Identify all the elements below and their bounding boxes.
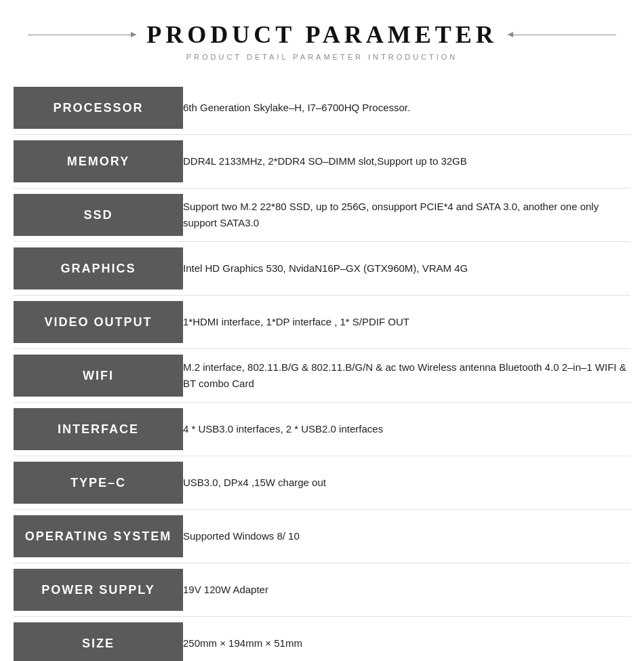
param-label-cell: PROCESSOR	[14, 87, 183, 129]
param-value: 19V 120W Adapter	[183, 569, 630, 611]
table-row: OPERATING SYSTEM Supported Windows 8/ 10	[14, 515, 630, 557]
param-label: MEMORY	[14, 140, 183, 182]
param-value: DDR4L 2133MHz, 2*DDR4 SO–DIMM slot,Suppo…	[183, 140, 630, 182]
param-value: M.2 interface, 802.11.B/G & 802.11.B/G/N…	[183, 355, 630, 397]
row-separator	[14, 616, 630, 617]
param-label: SIZE	[14, 622, 183, 661]
header-title-row: PRODUCT PARAMETER	[14, 20, 630, 49]
param-label: TYPE–C	[14, 462, 183, 504]
param-label: SSD	[14, 194, 183, 236]
table-row: INTERFACE 4 * USB3.0 interfaces, 2 * USB…	[14, 408, 630, 450]
row-separator	[14, 241, 630, 242]
table-row: VIDEO OUTPUT 1*HDMI interface, 1*DP inte…	[14, 301, 630, 343]
param-label-cell: MEMORY	[14, 140, 183, 182]
page-title: PRODUCT PARAMETER	[146, 20, 498, 49]
param-label-cell: SIZE	[14, 622, 183, 661]
row-separator	[14, 456, 630, 456]
param-label-cell: TYPE–C	[14, 462, 183, 504]
param-label: PROCESSOR	[14, 87, 183, 129]
param-label: POWER SUPPLY	[14, 569, 183, 611]
param-label-cell: WiFi	[14, 355, 183, 397]
table-row: POWER SUPPLY 19V 120W Adapter	[14, 569, 630, 611]
header-section: PRODUCT PARAMETER PRODUCT DETAIL PARAMET…	[0, 0, 644, 75]
page-wrapper: PRODUCT PARAMETER PRODUCT DETAIL PARAMET…	[0, 0, 644, 661]
param-label-cell: VIDEO OUTPUT	[14, 301, 183, 343]
param-label-cell: POWER SUPPLY	[14, 569, 183, 611]
row-separator	[14, 563, 630, 563]
header-line-left	[28, 35, 136, 35]
param-label: OPERATING SYSTEM	[14, 515, 183, 557]
table-row: PROCESSOR 6th Generation Skylake–H, I7–6…	[14, 87, 630, 129]
param-label-cell: OPERATING SYSTEM	[14, 515, 183, 557]
param-value: 1*HDMI interface, 1*DP interface , 1* S/…	[183, 301, 630, 343]
param-label-cell: SSD	[14, 194, 183, 236]
param-value: 4 * USB3.0 interfaces, 2 * USB2.0 interf…	[183, 408, 630, 450]
param-value: Support two M.2 22*80 SSD, up to 256G, o…	[183, 194, 630, 236]
param-label: INTERFACE	[14, 408, 183, 450]
row-separator	[14, 402, 630, 403]
header-line-right	[508, 35, 616, 35]
table-row: MEMORY DDR4L 2133MHz, 2*DDR4 SO–DIMM slo…	[14, 140, 630, 182]
table-row: GRAPHICS Intel HD Graphics 530, NvidaN16…	[14, 247, 630, 289]
row-separator	[14, 134, 630, 135]
table-row: WiFi M.2 interface, 802.11.B/G & 802.11.…	[14, 355, 630, 397]
param-value: Supported Windows 8/ 10	[183, 515, 630, 557]
param-value: 6th Generation Skylake–H, I7–6700HQ Proc…	[183, 87, 630, 129]
page-subtitle: PRODUCT DETAIL PARAMETER INTRODUCTION	[14, 53, 630, 61]
row-separator	[14, 188, 630, 188]
param-label: WiFi	[14, 355, 183, 397]
table-row: TYPE–C USB3.0, DPx4 ,15W charge out	[14, 462, 630, 504]
row-separator	[14, 509, 630, 510]
param-label-cell: INTERFACE	[14, 408, 183, 450]
row-separator	[14, 348, 630, 349]
param-label-cell: GRAPHICS	[14, 247, 183, 289]
row-separator	[14, 295, 630, 296]
param-label: VIDEO OUTPUT	[14, 301, 183, 343]
table-row: SSD Support two M.2 22*80 SSD, up to 256…	[14, 194, 630, 236]
param-value: USB3.0, DPx4 ,15W charge out	[183, 462, 630, 504]
table-row: SIZE 250mm × 194mm × 51mm	[14, 622, 630, 661]
param-label: GRAPHICS	[14, 247, 183, 289]
param-value: 250mm × 194mm × 51mm	[183, 622, 630, 661]
params-table: PROCESSOR 6th Generation Skylake–H, I7–6…	[0, 75, 644, 661]
param-value: Intel HD Graphics 530, NvidaN16P–GX (GTX…	[183, 247, 630, 289]
